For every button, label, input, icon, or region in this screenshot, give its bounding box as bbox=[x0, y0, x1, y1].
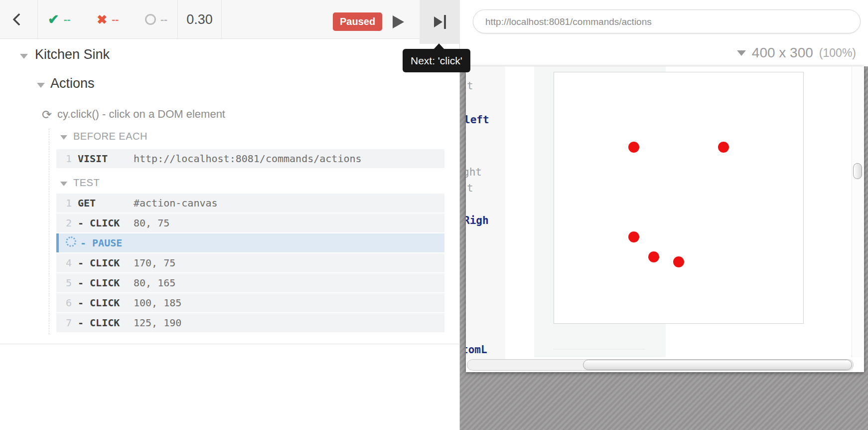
hook-test[interactable]: TEST bbox=[73, 177, 100, 189]
circle-icon bbox=[145, 14, 156, 25]
failed-count: -- bbox=[112, 13, 119, 25]
command-method: VISIT bbox=[78, 153, 134, 165]
code-block-column bbox=[466, 66, 505, 359]
horizontal-rule bbox=[554, 349, 645, 350]
reporter-divider bbox=[0, 344, 460, 344]
stat-passed: ✔ -- bbox=[48, 11, 71, 27]
back-button[interactable] bbox=[0, 0, 38, 39]
code-fragment: left bbox=[466, 114, 489, 126]
runner-panel: http://localhost:8081/commands/actions 4… bbox=[460, 0, 868, 430]
paused-badge: Paused bbox=[333, 12, 382, 31]
app-iframe[interactable]: t left ght t Righ tomL bbox=[466, 66, 864, 372]
click-dot bbox=[648, 251, 659, 262]
command-value: http://localhost:8081/commands/actions bbox=[134, 153, 444, 165]
command-row-get[interactable]: 1 GET #action-canvas bbox=[56, 194, 444, 213]
command-row-click[interactable]: 4 - CLICK 170, 75 bbox=[56, 253, 444, 272]
horizontal-scrollbar-thumb[interactable] bbox=[583, 360, 852, 370]
x-icon: ✖ bbox=[97, 12, 107, 27]
command-row-pause[interactable]: - PAUSE bbox=[56, 233, 444, 252]
chevron-left-icon bbox=[12, 13, 25, 25]
viewport-scale: (100%) bbox=[819, 46, 856, 60]
chevron-down-icon[interactable] bbox=[20, 54, 28, 59]
viewport-selector[interactable]: 400 x 300 (100%) bbox=[737, 45, 856, 61]
reporter-toolbar: ✔ -- ✖ -- -- 0.30 Paused bbox=[0, 0, 460, 39]
code-fragment: t bbox=[467, 80, 473, 92]
command-number: 1 bbox=[56, 197, 78, 209]
pause-spinner-icon bbox=[66, 236, 76, 247]
suite-kitchen-sink[interactable]: Kitchen Sink bbox=[35, 47, 110, 62]
command-number: 1 bbox=[56, 153, 78, 165]
code-fragment: ght bbox=[466, 166, 482, 178]
resume-button[interactable] bbox=[393, 15, 404, 28]
next-step-button[interactable] bbox=[420, 0, 460, 44]
reporter-panel: ✔ -- ✖ -- -- 0.30 Paused Next: 'clic bbox=[0, 0, 460, 430]
command-row-click[interactable]: 7 - CLICK 125, 190 bbox=[56, 313, 444, 332]
step-forward-icon bbox=[434, 16, 442, 27]
command-number: 7 bbox=[56, 317, 78, 329]
command-value: 125, 190 bbox=[134, 317, 444, 329]
cypress-test-runner: ✔ -- ✖ -- -- 0.30 Paused Next: 'clic bbox=[0, 0, 868, 430]
command-number bbox=[59, 236, 80, 249]
command-value: #action-canvas bbox=[134, 197, 444, 209]
command-value: 100, 185 bbox=[134, 297, 444, 309]
click-dot bbox=[673, 256, 684, 267]
command-method: - CLICK bbox=[78, 297, 134, 309]
app-url-bar[interactable]: http://localhost:8081/commands/actions bbox=[473, 9, 861, 33]
viewport-size: 400 x 300 bbox=[752, 45, 813, 61]
iframe-stage: t left ght t Righ tomL bbox=[460, 66, 868, 430]
command-number: 6 bbox=[56, 297, 78, 309]
vertical-scrollbar-thumb[interactable] bbox=[853, 163, 862, 179]
code-fragment: Righ bbox=[466, 215, 489, 226]
command-row-click[interactable]: 5 - CLICK 80, 165 bbox=[56, 273, 444, 292]
passed-count: -- bbox=[64, 13, 71, 25]
command-value: 80, 75 bbox=[134, 217, 444, 229]
code-fragment: t bbox=[467, 182, 473, 194]
pending-count: -- bbox=[160, 13, 167, 25]
command-method: - CLICK bbox=[78, 277, 134, 289]
command-method: - CLICK bbox=[78, 317, 134, 329]
command-number: 5 bbox=[56, 277, 78, 289]
command-number: 4 bbox=[56, 257, 78, 269]
suite-actions[interactable]: Actions bbox=[50, 76, 95, 91]
click-dot bbox=[628, 231, 639, 242]
triangle-down-icon[interactable] bbox=[60, 182, 67, 186]
command-number: 2 bbox=[56, 217, 78, 229]
command-method: - CLICK bbox=[78, 217, 134, 229]
test-running-icon: ⟳ bbox=[42, 108, 52, 122]
test-stats: ✔ -- ✖ -- -- bbox=[38, 0, 178, 39]
command-method: GET bbox=[78, 197, 134, 209]
stat-pending: -- bbox=[145, 13, 167, 25]
vertical-scrollbar[interactable] bbox=[852, 66, 863, 357]
caret-down-icon bbox=[737, 50, 746, 56]
command-method: - CLICK bbox=[78, 257, 134, 269]
stat-failed: ✖ -- bbox=[97, 12, 119, 27]
action-canvas[interactable] bbox=[554, 72, 804, 324]
click-dot bbox=[718, 142, 729, 153]
command-row-click[interactable]: 6 - CLICK 100, 185 bbox=[56, 293, 444, 312]
command-method: - PAUSE bbox=[80, 237, 136, 249]
test-duration: 0.30 bbox=[178, 0, 222, 39]
command-row-click[interactable]: 2 - CLICK 80, 75 bbox=[56, 214, 444, 232]
command-value: 170, 75 bbox=[134, 257, 444, 269]
test-indent-guide bbox=[49, 129, 49, 334]
next-step-tooltip: Next: 'click' bbox=[403, 49, 470, 72]
horizontal-scrollbar[interactable] bbox=[467, 359, 854, 371]
click-dot bbox=[628, 142, 639, 153]
command-row-visit[interactable]: 1 VISIT http://localhost:8081/commands/a… bbox=[56, 149, 444, 168]
hook-before-each[interactable]: BEFORE EACH bbox=[73, 131, 147, 142]
test-title[interactable]: cy.click() - click on a DOM element bbox=[57, 108, 225, 121]
triangle-down-icon[interactable] bbox=[60, 135, 67, 140]
checkmark-icon: ✔ bbox=[48, 11, 59, 27]
chevron-down-icon[interactable] bbox=[37, 83, 45, 88]
command-value: 80, 165 bbox=[134, 277, 444, 289]
code-fragment: tomL bbox=[466, 344, 487, 356]
